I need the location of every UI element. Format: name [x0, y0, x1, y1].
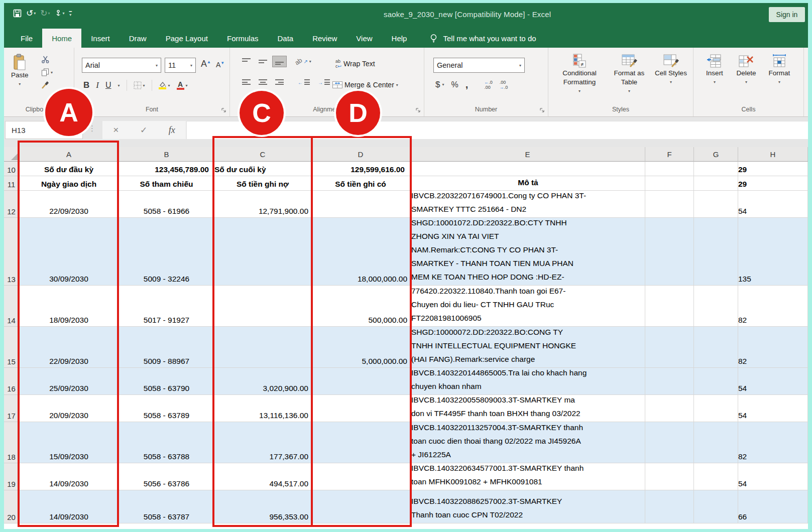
row-header-11[interactable]: 11 — [4, 176, 19, 191]
cell-B12[interactable]: 5058 - 61966 — [119, 191, 214, 218]
cell-F20[interactable] — [645, 490, 694, 523]
cell-D10[interactable]: 129,599,616.00 — [311, 162, 410, 176]
merge-center-button[interactable]: Merge & Center ▾ — [332, 81, 398, 89]
decrease-decimal-button[interactable]: .00→.0 — [500, 80, 508, 90]
cell-D13[interactable]: 18,000,000.00 — [311, 218, 410, 286]
cell-G11[interactable] — [694, 176, 738, 191]
comma-style-button[interactable]: , — [466, 79, 469, 90]
enter-icon[interactable]: ✓ — [140, 125, 147, 136]
format-cells-button[interactable]: Format ▾ — [764, 54, 795, 87]
customize-qat-icon[interactable]: ━▾ — [69, 11, 72, 16]
row-header-14[interactable]: 14 — [4, 286, 19, 327]
align-center-button[interactable] — [256, 77, 270, 88]
wrap-text-button[interactable]: abc↩ Wrap Text — [335, 59, 375, 69]
cell-D12[interactable] — [311, 191, 410, 218]
cell-C20[interactable]: 956,353.00 — [214, 490, 311, 523]
cell-H20[interactable]: 66 — [738, 490, 808, 523]
row-header-19[interactable]: 19 — [4, 463, 19, 490]
cell-D20[interactable] — [311, 490, 410, 523]
cell-H16[interactable]: 54 — [738, 368, 808, 395]
cell-B10[interactable]: 123,456,789.00 — [119, 162, 214, 176]
borders-button[interactable]: ▾ — [134, 81, 145, 89]
cell-H11[interactable]: 29 — [738, 176, 808, 191]
cell-E17[interactable]: IBVCB.1403220055809003.3T-SMARTKEY ma do… — [410, 395, 645, 422]
cell-G15[interactable] — [694, 327, 738, 368]
cell-A19[interactable]: 14/09/2030 — [19, 463, 119, 490]
delete-cells-button[interactable]: Delete ▾ — [732, 54, 761, 87]
percent-style-button[interactable]: % — [451, 80, 458, 89]
row-header-15[interactable]: 15 — [4, 327, 19, 368]
cell-B13[interactable]: 5009 - 32246 — [119, 218, 214, 286]
font-dialog-launcher-icon[interactable] — [221, 108, 226, 113]
cell-C10[interactable]: Số dư cuối kỳ — [214, 162, 311, 176]
font-size-select[interactable]: 11▾ — [165, 58, 196, 73]
alignment-dialog-launcher-icon[interactable] — [416, 108, 421, 113]
align-right-button[interactable] — [272, 77, 287, 88]
cell-G14[interactable] — [694, 286, 738, 327]
column-header-c[interactable]: C — [214, 147, 311, 162]
cell-G13[interactable] — [694, 218, 738, 286]
align-top-button[interactable] — [239, 56, 254, 67]
cell-H19[interactable]: 54 — [738, 463, 808, 490]
cell-B19[interactable]: 5056 - 63786 — [119, 463, 214, 490]
decrease-font-size-button[interactable]: A▼ — [216, 61, 224, 69]
orientation-button[interactable]: ab↗▾ — [295, 58, 311, 65]
cell-A20[interactable]: 14/09/2030 — [19, 490, 119, 523]
accounting-format-button[interactable]: $▾ — [435, 80, 444, 90]
number-format-select[interactable]: General▾ — [433, 58, 525, 73]
cell-G10[interactable] — [694, 162, 738, 176]
number-dialog-launcher-icon[interactable] — [540, 108, 545, 113]
paste-button[interactable]: Paste ▾ — [11, 54, 29, 89]
cell-C11[interactable]: Số tiền ghi nợ — [214, 176, 311, 191]
increase-font-size-button[interactable]: A▲ — [201, 59, 211, 69]
tab-help[interactable]: Help — [382, 29, 417, 48]
cell-G19[interactable] — [694, 463, 738, 490]
row-header-16[interactable]: 16 — [4, 368, 19, 395]
cell-D17[interactable] — [311, 395, 410, 422]
column-header-a[interactable]: A — [19, 147, 119, 162]
touch-mode-icon[interactable]: ▾ — [55, 10, 65, 18]
cell-A13[interactable]: 30/09/2030 — [19, 218, 119, 286]
cell-D19[interactable] — [311, 463, 410, 490]
column-header-e[interactable]: E — [410, 147, 645, 162]
cell-F12[interactable] — [645, 191, 694, 218]
tab-file[interactable]: File — [11, 29, 42, 48]
tab-view[interactable]: View — [346, 29, 382, 48]
cell-B16[interactable]: 5058 - 63790 — [119, 368, 214, 395]
cell-D11[interactable]: Số tiền ghi có — [311, 176, 410, 191]
cell-G16[interactable] — [694, 368, 738, 395]
column-header-g[interactable]: G — [694, 147, 738, 162]
increase-decimal-button[interactable]: ←.0.00 — [484, 80, 493, 90]
column-header-f[interactable]: F — [645, 147, 694, 162]
increase-indent-button[interactable]: → — [315, 77, 333, 88]
tab-data[interactable]: Data — [268, 29, 303, 48]
cell-H15[interactable]: 82 — [738, 327, 808, 368]
undo-button[interactable]: ↺▾ — [26, 8, 36, 19]
sign-in-button[interactable]: Sign in — [769, 7, 805, 22]
tab-page-layout[interactable]: Page Layout — [156, 29, 217, 48]
cell-F16[interactable] — [645, 368, 694, 395]
save-icon[interactable] — [13, 9, 22, 18]
cell-B11[interactable]: Số tham chiếu — [119, 176, 214, 191]
cell-E10[interactable] — [410, 162, 645, 176]
cut-icon[interactable] — [41, 56, 53, 63]
row-header-12[interactable]: 12 — [4, 191, 19, 218]
cell-F13[interactable] — [645, 218, 694, 286]
cell-A14[interactable]: 18/09/2030 — [19, 286, 119, 327]
tell-me-button[interactable]: Tell me what you want to do — [429, 29, 536, 48]
cell-F15[interactable] — [645, 327, 694, 368]
cell-B18[interactable]: 5058 - 63788 — [119, 422, 214, 463]
font-name-select[interactable]: Arial▾ — [82, 58, 161, 73]
cell-G17[interactable] — [694, 395, 738, 422]
decrease-indent-button[interactable]: ← — [295, 77, 313, 88]
tab-home[interactable]: Home — [42, 29, 81, 48]
bold-button[interactable]: B — [83, 80, 89, 90]
tab-review[interactable]: Review — [303, 29, 346, 48]
cancel-icon[interactable]: × — [113, 124, 119, 136]
select-all-corner[interactable] — [4, 147, 19, 162]
column-header-b[interactable]: B — [119, 147, 214, 162]
cell-E11[interactable]: Mô tả — [410, 176, 645, 191]
cell-C17[interactable]: 13,116,136.00 — [214, 395, 311, 422]
conditional-formatting-button[interactable]: ≠ Conditional Formatting ▾ — [554, 54, 605, 96]
italic-button[interactable]: I — [96, 80, 99, 90]
